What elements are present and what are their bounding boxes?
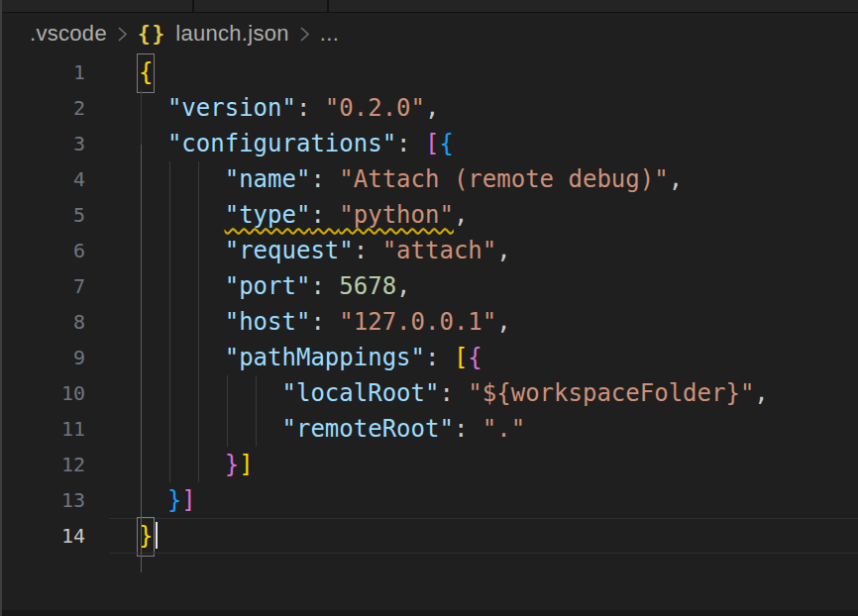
code-line[interactable]: 5"type": "python", (0, 197, 858, 233)
indent-guides (139, 411, 282, 447)
code-token: [ (454, 344, 468, 371)
code-token: : (296, 94, 325, 122)
warning-squiggle: "type": "python" (225, 201, 454, 229)
indent-guides (139, 375, 282, 411)
line-number[interactable]: 7 (0, 268, 85, 304)
code-line[interactable]: 3"configurations": [{ (0, 126, 858, 161)
window-bottom-edge (0, 610, 858, 616)
line-number[interactable]: 4 (0, 161, 85, 197)
code-line-content: } (139, 518, 858, 554)
code-line[interactable]: 8"host": "127.0.0.1", (0, 304, 858, 340)
indent-guides (139, 447, 225, 482)
code-line-content: "host": "127.0.0.1", (139, 304, 858, 340)
code-line[interactable]: 1{ (0, 54, 858, 90)
code-token: "Attach (remote debug)" (339, 165, 668, 193)
code-token: : (310, 272, 339, 300)
code-token: , (496, 237, 510, 264)
editor-tab-strip (0, 0, 858, 13)
code-line-content: "pathMappings": [{ (139, 340, 858, 375)
indent-guides (139, 304, 225, 340)
code-line-content: "version": "0.2.0", (139, 90, 858, 126)
code-token: 5678 (339, 272, 396, 300)
active-indent-guide (141, 145, 142, 572)
code-line[interactable]: 12}] (0, 447, 858, 482)
code-token: "port" (225, 272, 311, 300)
code-token: "localRoot" (282, 379, 440, 407)
code-line-content: }] (139, 482, 858, 518)
code-token: { (468, 344, 482, 371)
code-token: "attach" (382, 237, 497, 264)
code-line[interactable]: 7"port": 5678, (0, 268, 858, 304)
code-token: , (754, 379, 768, 407)
code-line[interactable]: 6"request": "attach", (0, 233, 858, 268)
code-line[interactable]: 13}] (0, 482, 858, 518)
json-braces-icon: {} (138, 22, 166, 46)
code-line[interactable]: 4"name": "Attach (remote debug)", (0, 161, 858, 197)
line-number[interactable]: 11 (0, 411, 85, 447)
indent-guides (139, 90, 167, 126)
line-number[interactable]: 10 (0, 375, 85, 411)
code-token: [ (425, 130, 439, 157)
code-token: "remoteRoot" (282, 415, 454, 443)
editor-tab[interactable] (0, 0, 192, 12)
line-number[interactable]: 5 (0, 197, 85, 233)
code-token: ] (181, 486, 195, 514)
code-line[interactable]: 2"version": "0.2.0", (0, 90, 858, 126)
code-token: : (396, 130, 425, 157)
line-number[interactable]: 13 (0, 482, 85, 518)
line-number[interactable]: 2 (0, 90, 85, 126)
code-line-content: }] (139, 447, 858, 482)
code-token: "host" (225, 308, 311, 336)
line-number[interactable]: 12 (0, 447, 85, 482)
code-token: , (454, 201, 468, 229)
code-token: : (310, 165, 339, 193)
indent-guides (139, 197, 225, 233)
code-token: "configurations" (167, 130, 396, 157)
code-editor[interactable]: 1{2"version": "0.2.0",3"configurations":… (0, 54, 858, 554)
line-number[interactable]: 9 (0, 340, 85, 375)
code-line-content: { (139, 54, 858, 90)
code-line[interactable]: 9"pathMappings": [{ (0, 340, 858, 375)
code-token: : (439, 379, 468, 407)
code-token: ] (239, 451, 253, 478)
code-token: : (354, 237, 382, 264)
code-token: : (454, 415, 483, 443)
line-number[interactable]: 14 (0, 518, 85, 554)
code-token: "type" (225, 201, 311, 229)
chevron-right-icon (117, 26, 128, 43)
code-token: "${workspaceFolder}" (468, 379, 754, 407)
code-token: : (310, 308, 339, 336)
indent-guides (139, 126, 167, 161)
code-line-content: "request": "attach", (139, 233, 858, 268)
code-line[interactable]: 14} (0, 518, 858, 554)
code-token: } (167, 486, 181, 514)
code-line[interactable]: 10"localRoot": "${workspaceFolder}", (0, 375, 858, 411)
code-token: } (225, 451, 239, 478)
code-token: : (310, 201, 339, 229)
editor-tab[interactable] (329, 0, 858, 12)
line-number[interactable]: 3 (0, 126, 85, 161)
code-token: , (496, 308, 510, 336)
code-line-content: "port": 5678, (139, 268, 858, 304)
code-token: "version" (167, 94, 296, 122)
indent-guides (139, 482, 167, 518)
line-number[interactable]: 1 (0, 54, 85, 90)
code-token: , (669, 165, 683, 193)
window-left-edge (0, 0, 2, 616)
code-token: "pathMappings" (225, 344, 425, 371)
breadcrumb: .vscode{}launch.json... (0, 13, 858, 54)
vscode-editor-window: .vscode{}launch.json... 1{2"version": "0… (0, 0, 858, 616)
line-number[interactable]: 6 (0, 233, 85, 268)
breadcrumb-item[interactable]: launch.json (175, 21, 289, 47)
code-token: "0.2.0" (325, 94, 425, 122)
code-token: : (425, 344, 454, 371)
code-line[interactable]: 11"remoteRoot": "." (0, 411, 858, 447)
editor-tab[interactable] (194, 0, 327, 12)
breadcrumb-item[interactable]: ... (320, 21, 339, 47)
code-token: "127.0.0.1" (339, 308, 496, 336)
line-number[interactable]: 8 (0, 304, 85, 340)
breadcrumb-item[interactable]: .vscode (30, 21, 107, 47)
code-token: "python" (339, 201, 454, 229)
code-token: , (425, 94, 439, 122)
indent-guides (139, 268, 225, 304)
